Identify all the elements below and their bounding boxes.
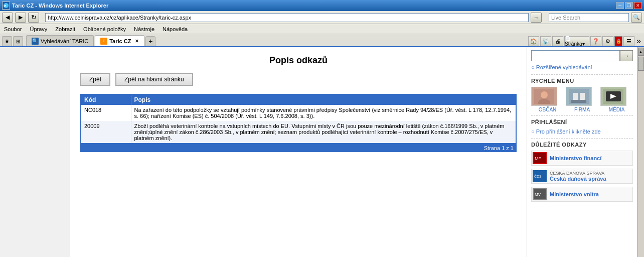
cell-popis-1: Zboží podléhá veterinární kontrole na vs… [131,121,516,144]
dulezite-label-1: Česká daňová správa [550,176,606,182]
menu-nastroje[interactable]: Nástroje [132,26,156,32]
title-bar: e Taric CZ - Windows Internet Explorer ─… [0,0,644,11]
home-btn[interactable]: 🏠 [528,36,539,46]
quick-menu-img-firma [566,87,592,106]
back-button[interactable]: Zpět [80,73,110,86]
dulezite-label-2: Ministerstvo vnitra [550,191,599,197]
svg-rect-7 [580,93,585,100]
svg-text:e: e [4,4,7,8]
svg-rect-6 [573,93,578,100]
dulezite-item-2[interactable]: MV Ministerstvo vnitra [531,187,633,202]
quick-menu-firma[interactable]: FIRMA [566,87,598,112]
restore-btn[interactable]: ❐ [625,2,633,9]
dulezite-sublabel-1: ČESKÁ DAŇOVÁ SPRÁVA [550,171,606,176]
table-row: NC018 Na zařazení do této podpoložky se … [81,105,516,121]
tab-close-btn[interactable]: ✕ [135,39,139,44]
home-button[interactable]: Zpět na hlavní stránku [115,73,193,86]
app-icon: e [2,2,10,10]
dulezite-item-0[interactable]: MF Ministerstvo financí [531,151,633,166]
table-footer: Strana 1 z 1 [80,144,517,152]
tab-icon-vyhledavani: 🔍 [32,38,39,45]
tab-tariccz[interactable]: T Taric CZ ✕ [95,35,144,46]
svg-point-3 [541,91,548,98]
content-area: Popis odkazů Zpět Zpět na hlavní stránku… [70,47,527,257]
tab-icon-tariccz: T [100,38,107,45]
sidebar-search-row: → [531,50,633,61]
cell-kod-1: 20009 [81,121,131,144]
quick-menu-label-media: MÉDIA [600,107,633,112]
live-search-input[interactable] [549,13,629,22]
table-row: 20009 Zboží podléhá veterinární kontrole… [81,121,516,144]
scroll-thumb[interactable] [638,57,644,71]
title-text: Taric CZ - Windows Internet Explorer [12,3,108,9]
quick-menu-label-firma: FIRMA [566,107,598,112]
sidebar: → Rozšířené vyhledávání RYCHLÉ MENU OBČA… [527,47,637,257]
favorites-btn[interactable]: ★ [2,36,12,46]
btn-row: Zpět Zpět na hlavní stránku [80,73,517,86]
close-btn[interactable]: ✕ [634,2,642,9]
refresh-btn[interactable]: ↻ [28,13,39,23]
menu-upravy[interactable]: Úpravy [28,26,49,32]
forward-btn[interactable]: ▶ [15,13,26,23]
tools-btn[interactable]: ⚙ [602,36,613,46]
dulezite-section: DŮLEŽITÉ ODKAZY MF Ministerstvo financí … [531,142,633,202]
menu-soubor[interactable]: Soubor [2,26,24,32]
prihlaseni-section: PŘIHLÁŠENÍ Pro přihlášení klikněte zde [531,119,633,135]
pagination-text: Strana 1 z 1 [484,145,514,151]
dulezite-icon-1: ČDS [533,170,547,182]
scrollbar[interactable]: ▲ [637,47,644,257]
page-title: Popis odkazů [80,55,517,66]
dulezite-title: DŮLEŽITÉ ODKAZY [531,142,633,148]
svg-text:MV: MV [535,192,541,197]
main-layout: Popis odkazů Zpět Zpět na hlavní stránku… [0,47,644,257]
data-table: Kód Popis NC018 Na zařazení do této podp… [80,94,517,144]
expand-btn[interactable]: » [635,37,642,46]
security-btn[interactable]: 🔒 [614,36,622,46]
svg-rect-8 [571,100,586,103]
address-bar: ◀ ▶ ↻ → 🔍 [0,11,644,24]
extra-btn[interactable]: ☰ [623,36,634,46]
quick-menu-img-media [600,87,626,106]
tab-vyhledavani[interactable]: 🔍 Vyhledávání TARIC [26,35,94,46]
menu-zobrazit[interactable]: Zobrazit [53,26,77,32]
feeds-btn[interactable]: 📡 [540,36,551,46]
minimize-btn[interactable]: ─ [616,2,624,9]
prihlaseni-title: PŘIHLÁŠENÍ [531,119,633,125]
svg-text:ČDS: ČDS [534,174,542,178]
quick-menu-media[interactable]: MÉDIA [600,87,633,112]
new-tab-btn[interactable]: + [145,36,155,46]
dulezite-icon-2: MV [533,188,547,200]
address-input[interactable] [45,13,529,22]
cell-kod-0: NC018 [81,105,131,121]
quick-menu-row: OBČAN FIRMA MÉDIA [531,87,633,112]
scroll-up-btn[interactable]: ▲ [638,48,644,56]
sidebar-search-input[interactable] [531,50,620,61]
quick-menu-img-obcan [531,87,557,106]
tab-groups-btn[interactable]: ⊞ [13,36,23,46]
go-btn[interactable]: → [531,13,542,23]
tab-label-tariccz: Taric CZ [109,38,131,44]
page-btn[interactable]: 📄 Stránka▾ [564,36,589,46]
back-btn[interactable]: ◀ [2,13,13,23]
help-btn[interactable]: ❓ [590,36,601,46]
menu-bar: Soubor Úpravy Zobrazit Oblíbené položky … [0,24,644,34]
th-kod: Kód [81,94,131,105]
rychle-menu-title: RYCHLÉ MENU [531,78,633,84]
dulezite-label-0: Ministerstvo financí [550,155,601,161]
prihlaseni-link[interactable]: Pro přihlášení klikněte zde [531,128,601,135]
live-search-btn[interactable]: 🔍 [631,13,642,23]
dulezite-item-1[interactable]: ČDS ČESKÁ DAŇOVÁ SPRÁVA Česká daňová spr… [531,169,633,184]
rozsirenehledavani-link[interactable]: Rozšířené vyhledávání [531,64,633,70]
print-btn[interactable]: 🖨 [552,36,563,46]
divider-3 [531,138,633,139]
dulezite-icon-0: MF [533,152,547,164]
divider-2 [531,115,633,116]
cell-popis-0: Na zařazení do této podpoložky se vztahu… [131,105,516,121]
menu-napoveda[interactable]: Nápověda [160,26,190,32]
divider-1 [531,74,633,75]
menu-oblibene[interactable]: Oblíbené položky [81,26,128,32]
sidebar-search-btn[interactable]: → [620,50,633,61]
svg-text:MF: MF [535,156,541,161]
quick-menu-obcan[interactable]: OBČAN [531,87,564,112]
tab-bar: ★ ⊞ 🔍 Vyhledávání TARIC T Taric CZ ✕ + 🏠… [0,34,644,47]
